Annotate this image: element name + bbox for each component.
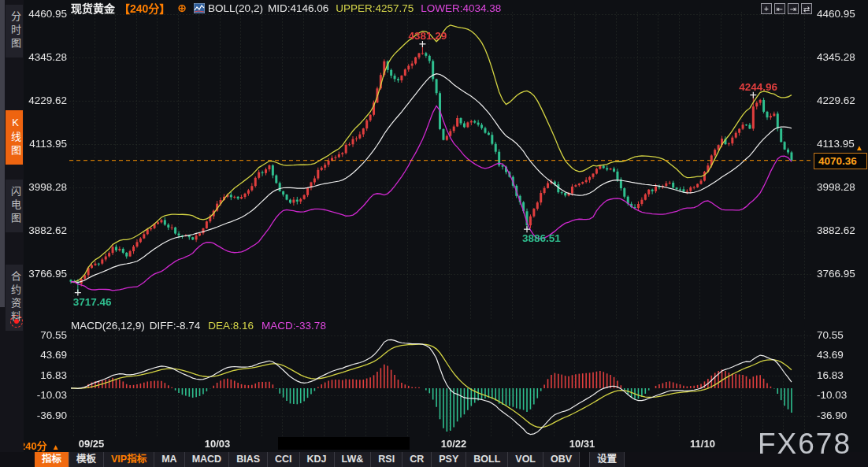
tab-PSY[interactable]: PSY — [432, 452, 466, 467]
macd-axis-label: 43.69 — [24, 349, 67, 361]
tab-CCI[interactable]: CCI — [268, 452, 300, 467]
date-label-09/25: 09/25 — [79, 438, 105, 450]
chart-header: 现货黄金 【240分】 ⊕ BOLL(20,2) MID:4146.06 UPP… — [71, 2, 501, 14]
macd-params-label: MACD(26,12,9) — [71, 320, 145, 332]
macd-axis-label: 43.69 — [817, 349, 866, 361]
macd-axis-label: -10.03 — [817, 389, 866, 401]
price-axis-label: 3882.62 — [817, 224, 866, 236]
timeline-scrollbar-thumb[interactable] — [278, 437, 410, 450]
boll-upper-value: UPPER:4257.75 — [336, 2, 414, 14]
timeframe-selector[interactable]: 240分▲ — [20, 438, 60, 453]
sidebar-item-2[interactable]: K线图 — [6, 110, 23, 165]
price-axis-label: 4345.28 — [24, 51, 67, 63]
tab-BIAS[interactable]: BIAS — [229, 452, 268, 467]
macd-axis-label: 70.55 — [24, 329, 67, 341]
price-axis-label: 3766.95 — [24, 268, 67, 280]
tab-RSI[interactable]: RSI — [371, 452, 402, 467]
macd-dea-value: DEA:8.16 — [208, 320, 254, 332]
tab-设置[interactable]: 设置 — [589, 452, 625, 467]
symbol-name: 现货黄金 — [71, 0, 115, 16]
boll-params-label: BOLL(20,2) — [208, 2, 263, 14]
macd-axis-label: 70.55 — [817, 329, 866, 341]
price-axis-label: 4345.28 — [817, 51, 866, 63]
timeframe-arrow-icon: ▲ — [52, 443, 60, 451]
alert-beacon-icon[interactable] — [10, 315, 23, 328]
current-price-pin-icon: ▲ — [855, 143, 863, 152]
tab-MA[interactable]: MA — [154, 452, 184, 467]
tab-KDJ[interactable]: KDJ — [300, 452, 335, 467]
macd-axis-label: -36.90 — [24, 410, 67, 421]
add-indicator-icon[interactable]: ⊕ — [177, 2, 187, 14]
tab-VOL[interactable]: VOL — [508, 452, 543, 467]
indicator-tabs: 指标模板VIP指标MAMACDBIASCCIKDJLW&RSICRPSYBOLL… — [35, 452, 625, 467]
macd-axis-label: 16.83 — [24, 369, 67, 381]
current-price-tag: 4070.36 — [814, 153, 867, 169]
macd-diff-value: DIFF:-8.74 — [150, 320, 201, 332]
price-axis-label: 4229.62 — [24, 95, 67, 106]
sidebar-item-3[interactable]: 闪电图 — [6, 180, 23, 232]
price-axis-label: 3766.95 — [817, 268, 866, 280]
tab-VIP指标[interactable]: VIP指标 — [104, 452, 154, 467]
boll-lower-value: LOWER:4034.38 — [421, 2, 501, 14]
candlestick-chart-canvas[interactable] — [0, 0, 868, 467]
macd-axis-label: -36.90 — [817, 410, 866, 421]
tab-BOLL[interactable]: BOLL — [466, 452, 508, 467]
tab-指标[interactable]: 指标 — [35, 452, 69, 467]
macd-macd-value: MACD:-33.78 — [262, 320, 326, 332]
price-annotation-3717.46: 3717.46 — [73, 296, 112, 308]
price-axis-label: 3998.28 — [817, 181, 866, 193]
macd-axis-label: -10.03 — [24, 389, 67, 401]
pan-right-icon[interactable]: ⇥ — [788, 3, 799, 14]
date-label-10/31: 10/31 — [569, 438, 595, 450]
tab-MACD[interactable]: MACD — [185, 452, 230, 467]
indicator-thumbnail-icon — [194, 3, 205, 13]
crosshair-tool-icon[interactable]: + — [761, 3, 772, 14]
price-axis-label: 3998.28 — [24, 181, 67, 193]
swap-axis-icon[interactable]: ⇄ — [801, 3, 812, 14]
price-annotation-3886.51: 3886.51 — [522, 232, 561, 244]
price-axis-label: 3882.62 — [24, 224, 67, 236]
date-label-11/10: 11/10 — [690, 438, 715, 450]
sidebar-rail — [0, 0, 5, 307]
macd-header: MACD(26,12,9) DIFF:-8.74 DEA:8.16 MACD:-… — [71, 320, 326, 332]
left-sidebar: 分时图K线图闪电图合约资料 — [0, 0, 24, 467]
price-annotation-4381.29: 4381.29 — [408, 30, 447, 42]
timeframe-text: 240分 — [20, 440, 47, 452]
indicator-tab-bar: 指标模板VIP指标MAMACDBIASCCIKDJLW&RSICRPSYBOLL… — [0, 452, 868, 467]
price-axis-label: 4460.95 — [24, 8, 67, 20]
boll-mid-value: MID:4146.06 — [268, 2, 328, 14]
macd-axis-label: 16.83 — [817, 369, 866, 381]
price-annotation-4244.96: 4244.96 — [739, 81, 777, 93]
sidebar-item-1[interactable]: 分时图 — [6, 5, 23, 57]
date-label-10/03: 10/03 — [205, 438, 231, 450]
brand-watermark: FX678 — [758, 428, 851, 461]
tab-OBV[interactable]: OBV — [543, 452, 580, 467]
chart-toolbar: +⇤⇥⇄ — [761, 3, 812, 14]
tab-LW&[interactable]: LW& — [335, 452, 372, 467]
date-label-10/22: 10/22 — [441, 438, 467, 450]
price-axis-label: 4460.95 — [817, 8, 866, 20]
price-axis-label: 4229.62 — [817, 95, 866, 106]
period-label: 【240分】 — [119, 0, 170, 16]
price-axis-label: 4113.95 — [24, 138, 67, 150]
chart-window: 现货黄金 【240分】 ⊕ BOLL(20,2) MID:4146.06 UPP… — [0, 0, 868, 467]
tab-CR[interactable]: CR — [402, 452, 432, 467]
pan-left-icon[interactable]: ⇤ — [774, 3, 785, 14]
tab-模板[interactable]: 模板 — [69, 452, 104, 467]
